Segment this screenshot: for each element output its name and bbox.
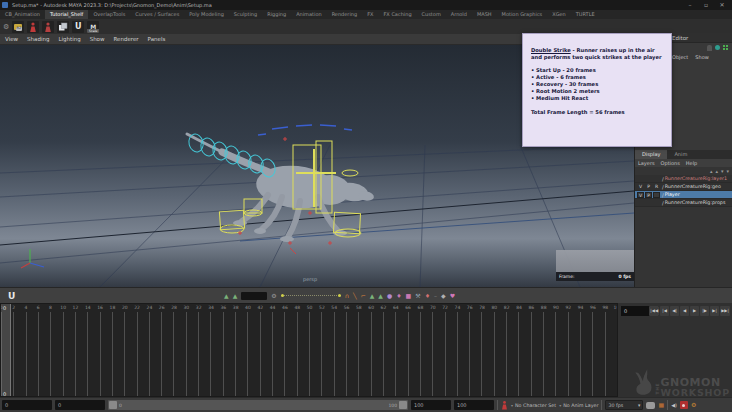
character-set-icon[interactable] [501, 400, 508, 410]
panel-menu-item[interactable]: Panels [148, 36, 166, 42]
channel-box-menu-item[interactable]: Show [695, 54, 709, 60]
step-forward-key-button[interactable]: |▶ [700, 306, 709, 316]
linear-tangent-icon[interactable]: ╲ [353, 289, 357, 303]
play-forwards-button[interactable]: ▶ [690, 306, 699, 316]
layer-row-4[interactable]: / RunnerCreatureRig:props [635, 199, 732, 207]
animation-preferences-icon[interactable]: ⚙ [691, 400, 696, 410]
layer-move-icon[interactable]: ▾ [721, 167, 724, 175]
pull-key-icon[interactable]: ▲ [378, 289, 383, 303]
layer-name[interactable]: RunnerCreatureRig:layer1 [665, 176, 727, 181]
layer-editor-menu-item[interactable]: Layers [638, 160, 655, 166]
go-to-end-button[interactable]: ▶▶| [720, 306, 730, 316]
playback-toggle[interactable]: P [645, 192, 652, 198]
layer-editor-menu-item[interactable]: Options [661, 160, 680, 166]
range-start-handle[interactable] [109, 401, 117, 409]
visibility-toggle[interactable]: V [637, 192, 644, 198]
tween-value-field[interactable] [241, 292, 267, 300]
layer-name[interactable]: RunnerCreatureRig:geo [665, 184, 721, 189]
panel-menu-item[interactable]: View [5, 36, 18, 42]
paste-pose-icon[interactable]: ▲ [233, 289, 238, 303]
shelf-tab[interactable]: Sculpting [229, 10, 262, 19]
shelf-tab[interactable]: Custom [417, 10, 446, 19]
shelf-tab[interactable]: Tutorial_Shelf [45, 10, 88, 19]
playback-toggle[interactable]: P [645, 183, 652, 190]
ease-in-tangent-icon[interactable]: ∩ [345, 289, 349, 303]
panel-menu-item[interactable]: Show [90, 36, 105, 42]
shelf-options-gear-icon[interactable]: ⚙ [3, 23, 9, 31]
shelf-tab[interactable]: FX [362, 10, 378, 19]
flame-icon[interactable]: ♦ [425, 289, 430, 303]
panel-menu-item[interactable]: Lighting [58, 36, 80, 42]
shelf-tab[interactable]: MASH [472, 10, 497, 19]
shelf-cubes-icon[interactable] [57, 21, 69, 33]
character-icon[interactable] [707, 45, 712, 51]
channel-box-menu-item[interactable]: Object [672, 54, 688, 60]
panel-menu-item[interactable]: Renderer [113, 36, 138, 42]
panel-menu-item[interactable]: Shading [27, 36, 49, 42]
push-key-icon[interactable]: ▲ [370, 289, 375, 303]
character-set-dropdown[interactable]: ▾ No Character Set [511, 403, 556, 408]
shelf-tab[interactable]: Motion Graphics [497, 10, 548, 19]
display-type-toggle[interactable]: R [653, 183, 660, 190]
layer-row-2[interactable]: V P R / RunnerCreatureRig:geo [635, 183, 732, 191]
shelf-character-icon-2[interactable] [42, 21, 54, 33]
display-type-toggle[interactable] [653, 192, 660, 198]
step-back-frame-button[interactable]: |◀ [660, 306, 669, 316]
shelf-tab[interactable]: Curves / Surfaces [130, 10, 184, 19]
shelf-tab[interactable]: FX Caching [378, 10, 416, 19]
shading-ball-icon[interactable] [715, 45, 720, 50]
speech-bubble-icon[interactable]: ● [387, 289, 392, 303]
shelf-m-scale-icon[interactable]: M Scale [87, 21, 99, 33]
shelf-tab[interactable]: Rigging [262, 10, 291, 19]
animation-end-field[interactable]: 100 [454, 400, 494, 410]
step-forward-frame-button[interactable]: ▶| [710, 306, 719, 316]
heart-icon[interactable]: ♥ [450, 289, 455, 303]
time-slider[interactable]: 0 0 024681012141618202224262830323436384… [0, 303, 618, 397]
folder-icon[interactable]: ■ [406, 289, 412, 303]
tween-settings-gear-icon[interactable]: ⚙ [271, 289, 276, 303]
layer-editor-tab[interactable]: Anim [667, 150, 694, 159]
layer-editor-tab[interactable]: Display [635, 150, 667, 159]
shelf-tab[interactable]: CB_Animation [0, 10, 45, 19]
bell-icon[interactable]: ♦ [396, 289, 401, 303]
title-bar[interactable]: Setup.ma* - Autodesk MAYA 2023.3: D:\Pro… [0, 0, 732, 10]
shelf-tab[interactable]: Animation [291, 10, 327, 19]
shelf-tab[interactable]: Poly Modeling [184, 10, 229, 19]
layer-move-icon[interactable]: ▴ [715, 167, 718, 175]
close-button[interactable]: ✕ [714, 0, 730, 10]
shelf-tab[interactable]: XGen [547, 10, 571, 19]
comment-bubble-icon[interactable] [646, 402, 655, 409]
shelf-r2-folder-icon[interactable]: R2 [12, 21, 24, 33]
layer-editor-menu-item[interactable]: Help [686, 160, 697, 166]
shelf-u-tool-icon[interactable]: U [72, 21, 84, 33]
auto-keyframe-icon[interactable] [680, 401, 688, 409]
wrench-icon[interactable]: ⚒ [415, 289, 420, 303]
maximize-button[interactable]: ▫ [698, 0, 714, 10]
shelf-tab[interactable]: Arnold [446, 10, 472, 19]
grid-icon[interactable] [723, 45, 728, 50]
layer-move-icon[interactable]: ▴ [710, 167, 713, 175]
anim-layer-dropdown[interactable]: ▾ No Anim Layer [559, 403, 598, 408]
visibility-toggle[interactable]: V [637, 183, 644, 190]
tween-slider[interactable] [281, 295, 341, 296]
share-icon[interactable]: ◆ [441, 289, 446, 303]
step-tangent-icon[interactable]: ⌐ [361, 289, 366, 303]
playback-speed-dropdown[interactable]: 30 fps ▾ [605, 400, 643, 410]
shelf-tab[interactable]: OverlapTools [88, 10, 130, 19]
mute-speaker-icon[interactable]: ◀) [671, 400, 677, 410]
step-back-key-button[interactable]: ◀| [670, 306, 679, 316]
range-end-handle[interactable] [399, 401, 407, 409]
dash-separator[interactable]: – [434, 289, 437, 303]
u-tool-logo[interactable]: U [8, 291, 15, 301]
minimize-button[interactable]: – [682, 0, 698, 10]
shelf-tab[interactable]: Rendering [327, 10, 363, 19]
layer-name[interactable]: Player [665, 192, 680, 197]
play-backwards-button[interactable]: ◀ [680, 306, 689, 316]
go-to-start-button[interactable]: |◀◀ [649, 306, 659, 316]
animation-start-field[interactable]: 0 [2, 400, 52, 410]
playback-start-field[interactable]: 0 [55, 400, 105, 410]
shelf-tab[interactable]: TURTLE [571, 10, 600, 19]
shelf-character-icon-1[interactable] [27, 21, 39, 33]
cached-playback-icon[interactable]: ▦ [658, 400, 664, 410]
layer-row-1[interactable]: / RunnerCreatureRig:layer1 [635, 175, 732, 183]
